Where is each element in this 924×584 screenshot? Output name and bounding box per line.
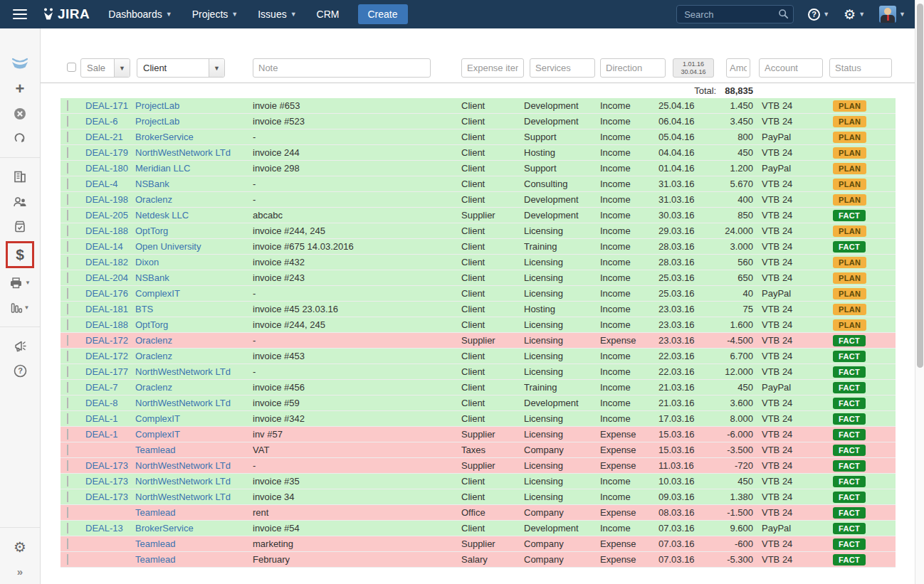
expense-items-filter-input[interactable] xyxy=(461,58,524,78)
select-all-checkbox[interactable] xyxy=(67,63,76,72)
row-checkbox[interactable] xyxy=(67,554,68,565)
table-row[interactable]: DEAL-1 ComplexIT inv #57 Supplier Licens… xyxy=(61,427,896,442)
company-link[interactable]: OptTorg xyxy=(135,225,253,236)
deal-link[interactable]: DEAL-4 xyxy=(85,179,135,189)
table-row[interactable]: Teamlead February Salary Company Expense… xyxy=(61,552,896,568)
note-filter-input[interactable] xyxy=(253,58,431,78)
chevron-down-icon[interactable]: ▼ xyxy=(114,59,130,77)
company-link[interactable]: OptTorg xyxy=(135,319,253,330)
deal-link[interactable]: DEAL-173 xyxy=(85,460,135,471)
deal-link[interactable]: DEAL-173 xyxy=(85,492,135,502)
table-row[interactable]: Teamlead VAT Taxes Company Expense 15.03… xyxy=(61,442,896,458)
company-link[interactable]: Meridian LLC xyxy=(135,163,253,174)
company-link[interactable]: Oraclenz xyxy=(135,194,253,205)
deal-link[interactable]: DEAL-177 xyxy=(85,366,135,377)
help-menu[interactable]: ? ▼ xyxy=(808,9,829,21)
date-range-filter[interactable]: 1.01.16 30.04.16 xyxy=(673,58,714,78)
table-row[interactable]: DEAL-198 Oraclenz - Client Development I… xyxy=(61,192,896,208)
deal-link[interactable]: DEAL-21 xyxy=(85,132,135,142)
table-row[interactable]: DEAL-181 BTS invoice #45 23.03.16 Client… xyxy=(61,302,896,317)
row-checkbox[interactable] xyxy=(67,210,68,221)
company-link[interactable]: Teamlead xyxy=(135,445,253,455)
status-filter-input[interactable] xyxy=(829,58,892,78)
table-row[interactable]: DEAL-204 NSBank invoice #243 Client Lice… xyxy=(61,270,896,286)
deal-link[interactable]: DEAL-198 xyxy=(85,194,135,205)
company-link[interactable]: NorthWestNetwork LTd xyxy=(135,460,253,471)
row-checkbox[interactable] xyxy=(67,413,68,424)
deal-link[interactable]: DEAL-188 xyxy=(85,319,135,330)
row-checkbox[interactable] xyxy=(67,194,68,205)
help-circle-icon[interactable]: ? xyxy=(0,359,40,383)
print-icon[interactable]: ▼ xyxy=(0,270,40,295)
deal-link[interactable]: DEAL-1 xyxy=(85,413,135,424)
row-checkbox[interactable] xyxy=(67,163,68,174)
row-checkbox[interactable] xyxy=(67,492,68,502)
settings-menu[interactable]: ⚙ ▼ xyxy=(844,8,865,21)
cancel-icon[interactable] xyxy=(0,101,40,126)
company-link[interactable]: Open University xyxy=(135,241,253,252)
company-link[interactable]: NorthWestNetwork LTd xyxy=(135,476,253,487)
deal-link[interactable]: DEAL-1 xyxy=(85,429,135,440)
nav-crm[interactable]: CRM xyxy=(317,9,340,20)
amount-filter-input[interactable] xyxy=(726,58,750,78)
table-row[interactable]: DEAL-182 Dixon invoice #432 Client Licen… xyxy=(61,255,896,270)
deal-link[interactable]: DEAL-180 xyxy=(85,163,135,174)
hamburger-menu-icon[interactable] xyxy=(13,9,27,19)
row-checkbox[interactable] xyxy=(67,225,68,236)
table-row[interactable]: DEAL-8 NorthWestNetwork LTd invoice #59 … xyxy=(61,395,896,411)
table-row[interactable]: DEAL-1 ComplexIT invoice #342 Client Lic… xyxy=(61,411,896,427)
deal-link[interactable]: DEAL-179 xyxy=(85,147,135,158)
table-row[interactable]: DEAL-205 Netdesk LLC abcabc Supplier Dev… xyxy=(61,208,896,223)
table-row[interactable]: DEAL-14 Open University invoice #675 14.… xyxy=(61,239,896,255)
nav-projects[interactable]: Projects▼ xyxy=(192,9,238,20)
company-link[interactable]: Oraclenz xyxy=(135,382,253,393)
nav-issues[interactable]: Issues▼ xyxy=(258,9,296,20)
company-link[interactable]: Oraclenz xyxy=(135,351,253,361)
row-checkbox[interactable] xyxy=(67,116,68,127)
company-link[interactable]: ComplexIT xyxy=(135,413,253,424)
vertical-scrollbar[interactable] xyxy=(915,0,924,584)
deal-link[interactable]: DEAL-204 xyxy=(85,272,135,283)
deal-link[interactable]: DEAL-6 xyxy=(85,116,135,127)
table-row[interactable]: DEAL-13 BrokerService invoice #54 Client… xyxy=(61,521,896,536)
row-checkbox[interactable] xyxy=(67,100,68,111)
table-row[interactable]: DEAL-172 Oraclenz invoice #453 Client Li… xyxy=(61,349,896,364)
jira-logo[interactable]: JIRA xyxy=(41,6,90,22)
deal-link[interactable]: DEAL-13 xyxy=(85,523,135,533)
row-checkbox[interactable] xyxy=(67,538,68,549)
direction-filter-input[interactable] xyxy=(600,58,666,78)
reports-icon[interactable]: ▼ xyxy=(0,295,40,320)
table-row[interactable]: DEAL-177 NorthWestNetwork LTd - Client L… xyxy=(61,364,896,380)
company-link[interactable]: BrokerService xyxy=(135,132,253,142)
table-row[interactable]: DEAL-7 Oraclenz invoice #456 Client Trai… xyxy=(61,380,896,395)
sale-filter-select[interactable]: Sale ▼ xyxy=(80,58,130,78)
deal-link[interactable]: DEAL-182 xyxy=(85,257,135,267)
row-checkbox[interactable] xyxy=(67,335,68,346)
company-link[interactable]: ProjectLab xyxy=(135,116,253,127)
table-row[interactable]: DEAL-188 OptTorg invoice #244, 245 Clien… xyxy=(61,317,896,333)
row-checkbox[interactable] xyxy=(67,523,68,533)
account-filter-input[interactable] xyxy=(759,58,823,78)
row-checkbox[interactable] xyxy=(67,288,68,299)
table-row[interactable]: DEAL-173 NorthWestNetwork LTd invoice #3… xyxy=(61,474,896,489)
company-link[interactable]: Teamlead xyxy=(135,538,253,549)
table-row[interactable]: DEAL-172 Oraclenz - Supplier Licensing E… xyxy=(61,333,896,349)
company-link[interactable]: NSBank xyxy=(135,272,253,283)
chevron-down-icon[interactable]: ▼ xyxy=(209,59,224,77)
company-link[interactable]: NorthWestNetwork LTd xyxy=(135,147,253,158)
expand-sidebar-icon[interactable]: » xyxy=(0,559,40,584)
table-row[interactable]: DEAL-4 NSBank - Client Consulting Income… xyxy=(61,176,896,192)
company-link[interactable]: NorthWestNetwork LTd xyxy=(135,366,253,377)
nav-dashboards[interactable]: Dashboards▼ xyxy=(108,9,172,20)
table-row[interactable]: DEAL-188 OptTorg invoice #244, 245 Clien… xyxy=(61,223,896,239)
table-row[interactable]: DEAL-179 NorthWestNetwork LTd invoice 24… xyxy=(61,145,896,161)
row-checkbox[interactable] xyxy=(67,476,68,487)
row-checkbox[interactable] xyxy=(67,460,68,471)
add-icon[interactable]: + xyxy=(0,76,40,101)
table-row[interactable]: Teamlead marketing Supplier Company Expe… xyxy=(61,536,896,552)
company-link[interactable]: Netdesk LLC xyxy=(135,210,253,221)
company-link[interactable]: Oraclenz xyxy=(135,335,253,346)
settings-gear-icon[interactable]: ⚙ xyxy=(0,534,40,559)
table-row[interactable]: DEAL-171 ProjectLab invoie #653 Client D… xyxy=(61,98,896,114)
deal-link[interactable]: DEAL-14 xyxy=(85,241,135,252)
